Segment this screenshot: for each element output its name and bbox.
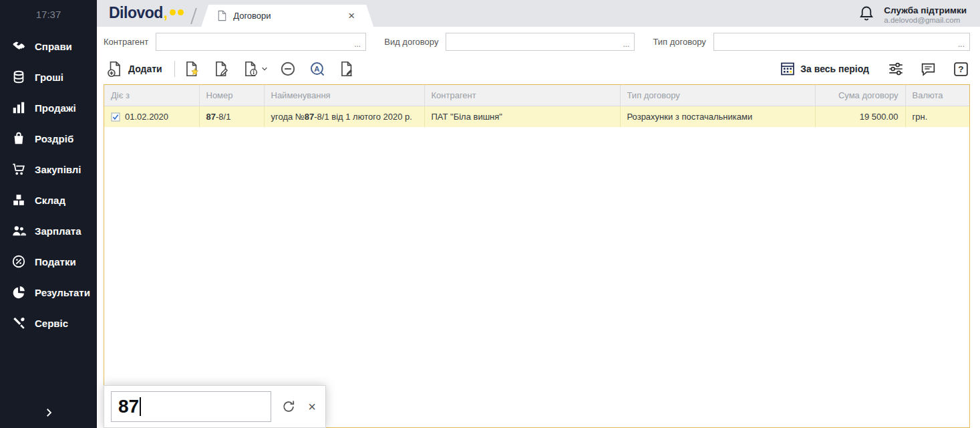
document-info-icon bbox=[242, 60, 259, 78]
favorite-document-icon[interactable] bbox=[183, 60, 201, 78]
tab-strip: Договори × bbox=[193, 0, 373, 27]
toolbar-divider bbox=[174, 61, 175, 77]
logo-comma: , bbox=[164, 4, 168, 22]
filter-type: Тип договору ... bbox=[653, 33, 970, 51]
quick-search-popup: 87 × bbox=[104, 385, 326, 428]
column-header-amount[interactable]: Сума договору bbox=[815, 85, 905, 106]
refresh-icon[interactable] bbox=[281, 399, 296, 415]
toolbar: Додати A bbox=[97, 54, 980, 84]
tab-close-icon[interactable]: × bbox=[345, 9, 357, 23]
sidebar-item-label: Гроші bbox=[35, 72, 63, 83]
column-header-date[interactable]: Діє з bbox=[104, 85, 199, 106]
sidebar-item-rozdrib[interactable]: Роздріб bbox=[0, 123, 97, 154]
quick-search-input[interactable]: 87 bbox=[111, 391, 271, 422]
logo-dot bbox=[170, 9, 176, 15]
app-window: 17:37 Справи Гроші Продажі bbox=[0, 0, 980, 428]
sidebar-item-servis[interactable]: Сервіс bbox=[0, 308, 97, 338]
app-logo[interactable]: Dilovod, bbox=[109, 4, 184, 22]
sidebar-item-label: Склад bbox=[35, 195, 65, 206]
column-header-contragent[interactable]: Контрагент bbox=[424, 85, 620, 106]
sign-document-icon[interactable] bbox=[338, 60, 356, 78]
sidebar-item-zarplata[interactable]: Зарплата bbox=[0, 215, 97, 246]
tab-label: Договори bbox=[233, 11, 271, 21]
filter-contragent-more-button[interactable]: ... bbox=[353, 36, 365, 48]
edit-document-icon[interactable] bbox=[212, 60, 230, 78]
quick-search-value: 87 bbox=[118, 396, 139, 417]
chevron-right-icon bbox=[43, 407, 55, 419]
filter-contragent-label: Контрагент bbox=[104, 37, 148, 47]
sidebar-item-label: Справи bbox=[35, 41, 72, 52]
pie-chart-icon bbox=[11, 284, 27, 300]
period-button-label: За весь період bbox=[800, 64, 869, 74]
notification-bell-icon[interactable] bbox=[858, 5, 875, 25]
filter-contragent: Контрагент ... bbox=[104, 33, 366, 51]
filter-type-more-button[interactable]: ... bbox=[957, 36, 969, 48]
column-header-type[interactable]: Тип договору bbox=[620, 85, 815, 106]
main-area: Dilovod, Договори × Служба підтримки a.d… bbox=[97, 0, 980, 428]
tab-separator bbox=[190, 8, 197, 24]
table-header-row: Діє з Номер Найменування Контрагент Тип … bbox=[104, 85, 969, 106]
comments-icon[interactable] bbox=[919, 60, 937, 78]
sidebar-item-zakupivli[interactable]: Закупівлі bbox=[0, 154, 97, 185]
help-icon[interactable]: ? bbox=[952, 60, 970, 78]
column-header-name[interactable]: Найменування bbox=[264, 85, 424, 106]
sidebar-item-prodazhi[interactable]: Продажі bbox=[0, 92, 97, 123]
search-text-icon[interactable]: A bbox=[309, 60, 327, 78]
toolbar-right: За весь період ? bbox=[777, 60, 970, 78]
cell-number[interactable]: 87-8/1 bbox=[199, 106, 264, 128]
sidebar-nav: Справи Гроші Продажі Роздріб bbox=[0, 31, 97, 338]
handshake-icon bbox=[11, 38, 27, 54]
calendar-icon bbox=[780, 61, 796, 77]
document-info-button[interactable] bbox=[242, 60, 268, 78]
sidebar: 17:37 Справи Гроші Продажі bbox=[0, 0, 97, 428]
sidebar-item-sklad[interactable]: Склад bbox=[0, 185, 97, 215]
table-row[interactable]: 01.02.2020 87-8/1 угода №87-8/1 від 1 лю… bbox=[104, 106, 969, 128]
sidebar-item-spravy[interactable]: Справи bbox=[0, 31, 97, 62]
tools-icon bbox=[11, 315, 27, 331]
add-button[interactable]: Додати bbox=[104, 59, 165, 79]
filter-type-field: ... bbox=[713, 33, 970, 51]
cell-amount[interactable]: 19 500.00 bbox=[815, 106, 905, 128]
filter-kind-field: ... bbox=[446, 33, 635, 51]
toolbar-icons: A bbox=[183, 60, 356, 78]
document-icon bbox=[217, 10, 227, 21]
sidebar-item-podatky[interactable]: Податки bbox=[0, 246, 97, 277]
cell-contract-type[interactable]: Розрахунки з постачальниками bbox=[620, 106, 815, 128]
settings-sliders-icon[interactable] bbox=[886, 60, 905, 78]
shopping-cart-icon bbox=[11, 161, 27, 177]
row-checkbox[interactable] bbox=[111, 112, 120, 122]
sidebar-item-label: Податки bbox=[35, 256, 76, 268]
sidebar-expand-chevron[interactable] bbox=[0, 407, 97, 419]
sidebar-item-rezultaty[interactable]: Результати bbox=[0, 277, 97, 308]
quick-search-close-icon[interactable]: × bbox=[305, 399, 319, 415]
filter-kind-input[interactable] bbox=[446, 33, 621, 50]
filter-contragent-input[interactable] bbox=[156, 33, 353, 50]
topbar: Dilovod, Договори × Служба підтримки a.d… bbox=[97, 0, 980, 27]
cell-date[interactable]: 01.02.2020 bbox=[104, 106, 199, 128]
period-button[interactable]: За весь період bbox=[777, 60, 872, 78]
text-caret bbox=[140, 397, 141, 416]
filter-contragent-field: ... bbox=[156, 33, 366, 51]
cell-currency[interactable]: грн. bbox=[905, 106, 969, 128]
chevron-down-icon bbox=[261, 66, 268, 72]
add-document-icon bbox=[106, 60, 124, 78]
sidebar-item-hroshi[interactable]: Гроші bbox=[0, 62, 97, 92]
filter-kind-label: Вид договору bbox=[384, 37, 438, 47]
support-block: Служба підтримки a.delovod@gmail.com bbox=[858, 5, 980, 28]
remove-icon[interactable] bbox=[279, 60, 297, 78]
support-title: Служба підтримки bbox=[884, 5, 967, 15]
cell-contragent[interactable]: ПАТ "Біла вишня" bbox=[424, 106, 620, 128]
column-header-number[interactable]: Номер bbox=[199, 85, 264, 106]
shopping-bag-icon bbox=[11, 130, 27, 146]
clock: 17:37 bbox=[0, 0, 97, 27]
filter-kind: Вид договору ... bbox=[384, 33, 635, 51]
cell-name[interactable]: угода №87-8/1 від 1 лютого 2020 р. bbox=[264, 106, 424, 128]
filter-type-label: Тип договору bbox=[653, 37, 705, 47]
warehouse-boxes-icon bbox=[11, 192, 27, 208]
money-coins-icon bbox=[11, 69, 27, 85]
sidebar-item-label: Закупівлі bbox=[35, 164, 81, 175]
tab-dogovory[interactable]: Договори × bbox=[201, 5, 373, 27]
filter-type-input[interactable] bbox=[714, 33, 957, 50]
column-header-currency[interactable]: Валюта bbox=[905, 85, 969, 106]
filter-kind-more-button[interactable]: ... bbox=[621, 36, 634, 48]
